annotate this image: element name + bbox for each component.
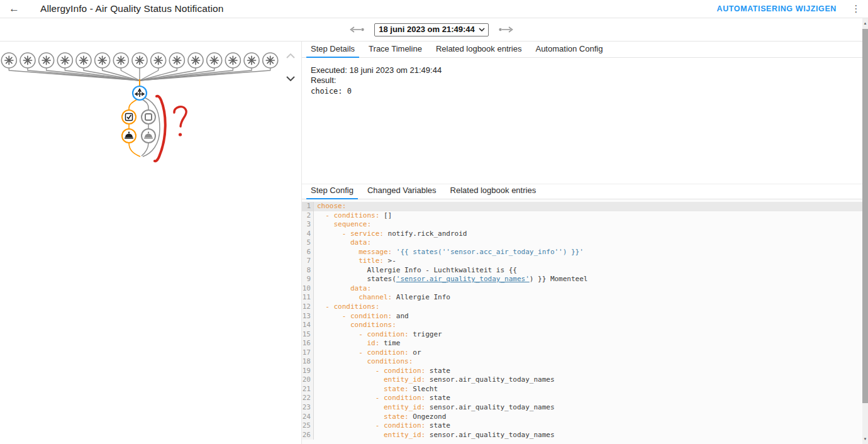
code-line-15[interactable]: 15 - condition: trigger	[302, 330, 868, 340]
graph-up-icon[interactable]	[284, 49, 298, 63]
code-line-25[interactable]: 25 - condition: state	[302, 421, 868, 431]
choose-node[interactable]	[133, 86, 147, 100]
tab-automation-config[interactable]: Automation Config	[528, 44, 609, 57]
code-line-2[interactable]: 2 - conditions: []	[302, 211, 868, 221]
scrollbar-thumb[interactable]	[862, 29, 868, 403]
line-number: 16	[302, 339, 314, 348]
code-line-19[interactable]: 19 - condition: state	[302, 367, 868, 376]
line-number: 7	[302, 257, 314, 266]
line-number: 23	[302, 403, 314, 413]
code-line-16[interactable]: 16 id: time	[302, 339, 868, 348]
previous-trace-icon[interactable]	[349, 25, 365, 34]
line-content: - conditions:	[314, 302, 379, 312]
scrollbar-up-icon[interactable]: ▲	[862, 18, 868, 28]
code-line-10[interactable]: 10 data:	[302, 284, 868, 294]
result-label: Result:	[311, 75, 859, 86]
code-line-7[interactable]: 7 title: >-	[302, 257, 868, 266]
header: ← AllergyInfo - Air Quality Status Notif…	[0, 0, 868, 18]
line-content: - condition: or	[314, 348, 421, 358]
upper-tabbar: Step DetailsTrace TimelineRelated logboo…	[302, 42, 868, 58]
graph-down-icon[interactable]	[284, 72, 298, 86]
line-number: 4	[302, 230, 314, 239]
automation-graph[interactable]	[0, 42, 289, 211]
code-line-3[interactable]: 3 sequence:	[302, 220, 868, 230]
line-number: 25	[302, 421, 314, 431]
red-question-dot	[179, 133, 182, 136]
code-line-6[interactable]: 6 message: '{{ states(''sensor.acc_air_t…	[302, 248, 868, 257]
service-call-idle-node[interactable]	[142, 129, 155, 143]
line-content: data:	[314, 238, 371, 248]
code-line-14[interactable]: 14 conditions:	[302, 321, 868, 330]
line-content: states('sensor.air_quality_today_names')…	[314, 275, 587, 284]
trigger-node-8[interactable]	[132, 53, 147, 80]
line-content: sequence:	[314, 220, 371, 230]
idle-branch-connectors	[142, 97, 160, 157]
tab-step-details[interactable]: Step Details	[304, 44, 362, 57]
tab-related-logbook-entries[interactable]: Related logbook entries	[443, 186, 543, 199]
line-number: 9	[302, 275, 314, 284]
code-line-13[interactable]: 13 - condition: and	[302, 312, 868, 321]
code-line-23[interactable]: 23 entity_id: sensor.air_quality_today_n…	[302, 403, 868, 413]
line-content: - service: notify.rick_android	[314, 230, 467, 239]
code-line-11[interactable]: 11 channel: Allergie Info	[302, 293, 868, 302]
service-call-executed-node[interactable]	[122, 129, 136, 143]
line-number: 24	[302, 413, 314, 422]
line-content: title: >-	[314, 257, 396, 266]
code-line-8[interactable]: 8 Allergie Info - Luchtkwaliteit is {{	[302, 266, 868, 275]
code-line-20[interactable]: 20 entity_id: sensor.air_quality_today_n…	[302, 375, 868, 385]
code-line-21[interactable]: 21 state: Slecht	[302, 385, 868, 394]
lower-tabbar: Step ConfigChanged VariablesRelated logb…	[302, 184, 868, 199]
trace-viewer-window: ← AllergyInfo - Air Quality Status Notif…	[0, 0, 868, 444]
code-line-1[interactable]: 1choose:	[302, 202, 868, 211]
code-line-9[interactable]: 9 states('sensor.air_quality_today_names…	[302, 275, 868, 284]
code-line-18[interactable]: 18 conditions:	[302, 357, 868, 367]
line-content: entity_id: sensor.air_quality_today_name…	[314, 375, 555, 385]
line-content: - condition: and	[314, 312, 409, 321]
line-number: 18	[302, 357, 314, 367]
next-trace-icon[interactable]	[498, 25, 514, 34]
edit-automation-button[interactable]: AUTOMATISERING WIJZIGEN	[717, 4, 837, 13]
line-content: entity_id: sensor.air_quality_today_name…	[314, 431, 555, 440]
line-content: channel: Allergie Info	[314, 293, 450, 302]
code-line-17[interactable]: 17 - condition: or	[302, 348, 868, 358]
code-line-12[interactable]: 12 - conditions:	[302, 302, 868, 312]
trace-run-select[interactable]: 18 juni 2023 om 21:49:44	[374, 23, 488, 36]
line-number: 22	[302, 394, 314, 403]
kebab-menu-icon[interactable]: ⋮	[850, 3, 862, 14]
tab-step-config[interactable]: Step Config	[304, 186, 360, 199]
condition-pass-node[interactable]	[122, 110, 136, 124]
line-content: - condition: state	[314, 394, 450, 403]
condition-other-node[interactable]	[142, 110, 155, 124]
executed-timestamp: Executed: 18 juni 2023 om 21:49:44	[311, 65, 859, 75]
code-line-22[interactable]: 22 - condition: state	[302, 394, 868, 403]
line-content: message: '{{ states(''sensor.acc_air_tod…	[314, 248, 584, 257]
trace-run-select-value: 18 juni 2023 om 21:49:44	[379, 25, 474, 34]
line-number: 15	[302, 330, 314, 340]
back-arrow-icon[interactable]: ←	[9, 3, 26, 15]
tab-trace-timeline[interactable]: Trace Timeline	[362, 44, 429, 57]
checkbox-blank-icon	[145, 114, 152, 120]
page-scrollbar[interactable]: ▲ ▼	[862, 18, 868, 444]
line-number: 26	[302, 431, 314, 440]
line-content: conditions:	[314, 321, 396, 330]
tab-related-logbook-entries[interactable]: Related logbook entries	[429, 44, 529, 57]
yaml-config-editor[interactable]: 1choose:2 - conditions: []3 sequence:4 -…	[302, 199, 868, 444]
line-content: state: Ongezond	[314, 413, 446, 422]
code-line-24[interactable]: 24 state: Ongezond	[302, 413, 868, 422]
trigger-nodes	[1, 53, 277, 80]
code-line-26[interactable]: 26 entity_id: sensor.air_quality_today_n…	[302, 431, 868, 440]
red-question-mark	[174, 107, 186, 126]
chevron-down-icon	[479, 28, 485, 31]
line-content: Allergie Info - Luchtkwaliteit is {{	[314, 266, 517, 275]
line-number: 13	[302, 312, 314, 321]
line-number: 20	[302, 375, 314, 385]
tab-changed-variables[interactable]: Changed Variables	[360, 186, 443, 199]
line-number: 6	[302, 248, 314, 257]
code-line-5[interactable]: 5 data:	[302, 238, 868, 248]
trace-toolbar: 18 juni 2023 om 21:49:44	[0, 18, 868, 42]
scrollbar-down-icon[interactable]: ▼	[862, 434, 868, 444]
line-content: - conditions: []	[314, 211, 392, 221]
line-content: - condition: trigger	[314, 330, 442, 340]
line-content: state: Slecht	[314, 385, 438, 394]
code-line-4[interactable]: 4 - service: notify.rick_android	[302, 230, 868, 239]
